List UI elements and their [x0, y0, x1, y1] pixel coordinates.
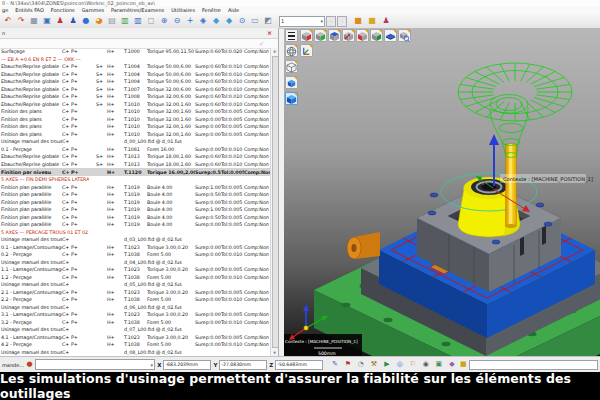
- x-coordinate-field[interactable]: [163, 360, 211, 370]
- camera-icon[interactable]: ▤: [106, 15, 118, 27]
- spinner-next-button[interactable]: ·: [337, 16, 347, 27]
- Ebauche/Reprise globale[interactable]: Ebauche/Reprise globale C+ P+ S+ H+ T.10…: [0, 86, 271, 94]
- scroll-up-icon[interactable]: ▲: [271, 48, 278, 55]
- session-icon[interactable]: ♟: [380, 15, 392, 27]
- sphere-blue-icon[interactable]: ●: [80, 15, 92, 27]
- edit-path-icon[interactable]: ✎: [329, 359, 340, 370]
- page-blue-icon[interactable]: ▥: [132, 15, 144, 27]
- target-icon[interactable]: ◎: [394, 359, 405, 370]
- Usinage manuel des trous[interactable]: Usinage manuel des trous C+ d_04_L00.ftd…: [0, 258, 271, 266]
- figure-red-icon[interactable]: ♟: [54, 15, 66, 27]
- Ebauche/Reprise globale[interactable]: Ebauche/Reprise globale C+ P+ S+ H+ T.10…: [0, 63, 271, 71]
- 4.2 - Perçage[interactable]: 4.2 - Perçage C+ P+ H+ T.1038 Foret 5.00…: [0, 341, 271, 349]
- material-icon[interactable]: ⚒: [368, 359, 379, 370]
- Usinage manuel des trous[interactable]: Usinage manuel des trous C+ d_06_L00.ftd…: [0, 304, 271, 312]
- nav-east-icon[interactable]: ◆: [223, 15, 235, 27]
- Usinage manuel des trous[interactable]: Usinage manuel des trous C+ d_03_L00.ftd…: [0, 236, 271, 244]
- Usinage manuel des trous[interactable]: Usinage manuel des trous C+ d_08_L00.ftd…: [0, 349, 271, 357]
- globe-view-button[interactable]: [285, 44, 298, 57]
- Usinage manuel des trous[interactable]: Usinage manuel des trous C+ d_07_L00.ftd…: [0, 326, 271, 334]
- panel-header[interactable]: n ×: [0, 28, 278, 39]
- Ebauche/Reprise globale[interactable]: Ebauche/Reprise globale C+ P+ S+ H+ T.10…: [0, 93, 271, 101]
- view-number-combobox[interactable]: 1 ▾: [279, 16, 325, 27]
- view-right-green-button[interactable]: [370, 29, 383, 42]
- grid-icon[interactable]: ▦: [28, 15, 40, 27]
- Surfaçage[interactable]: Surfaçage C+ P+ H+ T.1000 Torique 95.00,…: [0, 48, 271, 56]
- Finition plan parallèle[interactable]: Finition plan parallèle C+ P+ H+ T.1019 …: [0, 213, 271, 221]
- list-scrollbar[interactable]: ▲ ▼: [270, 48, 278, 357]
- view-plan-blue-button[interactable]: [384, 29, 397, 42]
- 2.2 - Perçage[interactable]: 2.2 - Perçage C+ P+ H+ T.1038 Foret 5.00…: [0, 296, 271, 304]
- Finition plan parallèle[interactable]: Finition plan parallèle C+ P+ H+ T.1019 …: [0, 198, 271, 206]
- solid-cube-button[interactable]: [285, 76, 298, 89]
- menu-item[interactable]: Paramètres/Examens: [111, 7, 164, 14]
- Finition des plans[interactable]: Finition des plans C+ P+ H+ T.1010 Toriq…: [0, 123, 271, 131]
- probe-icon[interactable]: ◉: [420, 359, 431, 370]
- view-iso-arrow-button[interactable]: [342, 29, 355, 42]
- menu-item[interactable]: Fenêtre: [202, 7, 221, 14]
- Ebauche/Reprise globale[interactable]: Ebauche/Reprise globale C+ P+ S+ H+ T.10…: [0, 161, 271, 169]
- view-top-blue-button[interactable]: [328, 29, 341, 42]
- simulation-input[interactable]: [469, 360, 598, 370]
- layout-icon[interactable]: ▣: [41, 15, 53, 27]
- Finition des plans[interactable]: Finition des plans C+ P+ H+ T.1010 Toriq…: [0, 108, 271, 116]
- menu-item[interactable]: ge: [2, 7, 8, 14]
- 3.2 - Perçage[interactable]: 3.2 - Perçage C+ P+ H+ T.1038 Foret 5.00…: [0, 319, 271, 327]
- --- EB A +0.6 EN R ET Z --- OKK ---[interactable]: --- EB A +0.6 EN R ET Z --- OKK ---: [0, 56, 271, 64]
- menu-item[interactable]: Utilitaires: [171, 7, 195, 14]
- flag-white-icon[interactable]: ⚐: [407, 359, 418, 370]
- gem-icon[interactable]: ◆: [446, 359, 457, 370]
- command-combobox[interactable]: ▾: [35, 359, 155, 370]
- 0.1 - Perçage[interactable]: 0.1 - Perçage C+ P+ H+ T.1081 Foret 16.0…: [0, 146, 271, 154]
- axes-xyz-button[interactable]: [300, 44, 313, 57]
- Finition plan parallèle[interactable]: Finition plan parallèle C+ P+ H+ T.1019 …: [0, 191, 271, 199]
- 0.2 - Perçage[interactable]: 0.2 - Perçage C+ P+ H+ T.1038 Foret 5.00…: [0, 251, 271, 259]
- view-back-green-button[interactable]: [314, 29, 327, 42]
- zoom-in-icon[interactable]: ⊕: [158, 15, 170, 27]
- nav-west-icon[interactable]: ◆: [210, 15, 222, 27]
- close-icon[interactable]: ×: [267, 28, 272, 38]
- redo-icon[interactable]: ↷: [15, 15, 27, 27]
- compass-icon[interactable]: ◈: [197, 15, 209, 27]
- view-front-red-button[interactable]: [300, 29, 313, 42]
- 1.2 - Perçage[interactable]: 1.2 - Perçage C+ P+ H+ T.1038 Foret 5.00…: [0, 273, 271, 281]
- menu-item[interactable]: Aide: [228, 7, 239, 14]
- stock-box-icon[interactable]: ▣: [433, 359, 444, 370]
- Finition plan parallèle[interactable]: Finition plan parallèle C+ P+ H+ T.1019 …: [0, 183, 271, 191]
- zoom-out-icon[interactable]: ⊖: [171, 15, 183, 27]
- view-zoom-cube-button[interactable]: [398, 29, 411, 42]
- Usinage manuel des trous[interactable]: Usinage manuel des trous C+ d_00_L00.ftd…: [0, 138, 271, 146]
- 5 AXES --- PERCAGE TROUS 01 ET 02 INCLINES --- OKK ---[interactable]: 5 AXES --- PERCAGE TROUS 01 ET 02 INCLIN…: [0, 228, 271, 236]
- play-simulation-icon[interactable]: ▶: [381, 359, 392, 370]
- view-left-red-button[interactable]: [356, 29, 369, 42]
- undo-icon[interactable]: ↶: [2, 15, 14, 27]
- Finition plan parallèle[interactable]: Finition plan parallèle C+ P+ H+ T.1019 …: [0, 206, 271, 214]
- view-menu-button[interactable]: [285, 29, 298, 42]
- stock-compare-icon[interactable]: ◔: [355, 359, 366, 370]
- scrollbar-thumb[interactable]: [272, 56, 279, 348]
- spinner-prev-button[interactable]: ·: [326, 16, 336, 27]
- menu-item[interactable]: Gammes: [82, 7, 104, 14]
- shaded-cube-button[interactable]: [285, 92, 298, 105]
- Ebauche/Reprise globale[interactable]: Ebauche/Reprise globale C+ P+ S+ H+ T.10…: [0, 71, 271, 79]
- 4.1 - Lamage/Contournage[interactable]: 4.1 - Lamage/Contournage C+ P+ H+ T.1023…: [0, 334, 271, 342]
- menu-item[interactable]: Fonctions: [51, 7, 75, 14]
- Finition des plans[interactable]: Finition des plans C+ P+ H+ T.1010 Toriq…: [0, 116, 271, 124]
- capture-icon[interactable]: ■: [352, 15, 364, 27]
- page-green-icon[interactable]: ▥: [119, 15, 131, 27]
- pan-icon[interactable]: +: [184, 15, 196, 27]
- Finition des plans[interactable]: Finition des plans C+ P+ H+ T.1010 Toriq…: [0, 131, 271, 139]
- zoom-window-icon[interactable]: ◻: [145, 15, 157, 27]
- select-zoom-icon[interactable]: ◩: [262, 15, 274, 27]
- 1.1 - Lamage/Contournage[interactable]: 1.1 - Lamage/Contournage C+ P+ H+ T.1023…: [0, 266, 271, 274]
- Finition par niveau[interactable]: Finition par niveau C+ P+ H+ T.1120 Tori…: [0, 168, 271, 176]
- Usinage manuel des trous[interactable]: Usinage manuel des trous C+ d_05_L00.ftd…: [0, 281, 271, 289]
- figure-blue-icon[interactable]: ♟: [67, 15, 79, 27]
- Ebauche/Reprise globale[interactable]: Ebauche/Reprise globale C+ P+ S+ H+ T.10…: [0, 101, 271, 109]
- Ebauche/Reprise globale[interactable]: Ebauche/Reprise globale C+ P+ S+ H+ T.10…: [0, 153, 271, 161]
- 5 AXES --- FIN DEMI SPHERES LATERALES --- OKK ---[interactable]: 5 AXES --- FIN DEMI SPHERES LATERALES --…: [0, 176, 271, 184]
- 2.1 - Lamage/Contournage[interactable]: 2.1 - Lamage/Contournage C+ P+ H+ T.1023…: [0, 289, 271, 297]
- 0.1 - Lamage/Contournage[interactable]: 0.1 - Lamage/Contournage C+ P+ H+ T.1023…: [0, 243, 271, 251]
- z-coordinate-field[interactable]: [275, 360, 323, 370]
- 3.1 - Lamage/Contournage[interactable]: 3.1 - Lamage/Contournage C+ P+ H+ T.1023…: [0, 311, 271, 319]
